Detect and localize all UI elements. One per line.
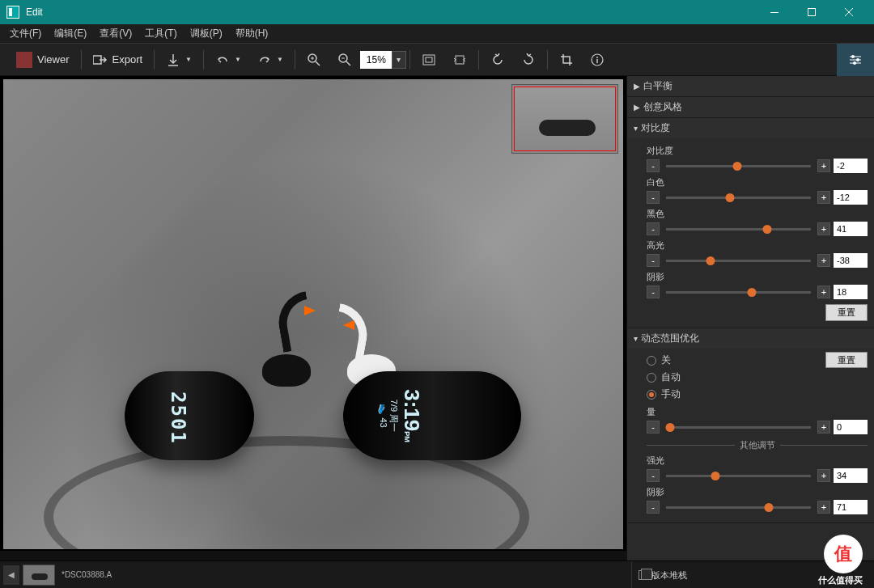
increment-button[interactable]: + bbox=[817, 222, 830, 235]
decrement-button[interactable]: - bbox=[647, 191, 660, 204]
rotate-left-button[interactable] bbox=[482, 47, 513, 73]
viewer-label: Viewer bbox=[37, 53, 70, 66]
decrement-button[interactable]: - bbox=[647, 501, 660, 514]
highlight-label: 高光 bbox=[647, 239, 868, 252]
info-icon bbox=[590, 53, 605, 67]
contrast-value[interactable] bbox=[834, 159, 868, 173]
redo-button[interactable]: ▼ bbox=[249, 47, 291, 73]
white-label: 白色 bbox=[647, 176, 868, 188]
zoom-in-icon bbox=[307, 53, 321, 67]
decrement-button[interactable]: - bbox=[647, 421, 660, 434]
white-slider[interactable] bbox=[666, 197, 811, 199]
zoom-in-button[interactable] bbox=[299, 47, 329, 73]
close-button[interactable] bbox=[830, 0, 868, 24]
section-title: 动态范围优化 bbox=[641, 332, 699, 345]
actual-size-icon bbox=[452, 53, 467, 67]
amount-value[interactable] bbox=[834, 420, 868, 434]
rotate-left-icon bbox=[490, 53, 505, 67]
fit-button[interactable] bbox=[414, 47, 444, 73]
export-button[interactable]: Export bbox=[85, 47, 151, 73]
save-button[interactable]: ▼ bbox=[158, 47, 200, 73]
decrement-button[interactable]: - bbox=[647, 159, 660, 172]
decrement-button[interactable]: - bbox=[647, 254, 660, 267]
section-header[interactable]: ▾ 对比度 bbox=[627, 118, 874, 138]
actual-size-button[interactable] bbox=[444, 47, 475, 73]
section-header[interactable]: ▾ 动态范围优化 bbox=[627, 328, 874, 349]
increment-button[interactable]: + bbox=[817, 421, 830, 434]
shadow2-label: 阴影 bbox=[647, 486, 868, 498]
glare-value[interactable] bbox=[834, 468, 868, 483]
section-style: ▶ 创意风格 bbox=[627, 97, 874, 118]
menu-palette[interactable]: 调板(P) bbox=[184, 27, 229, 40]
increment-button[interactable]: + bbox=[817, 469, 830, 482]
shadow-slider[interactable] bbox=[666, 291, 811, 294]
increment-button[interactable]: + bbox=[817, 191, 830, 204]
maximize-button[interactable] bbox=[793, 0, 830, 24]
increment-button[interactable]: + bbox=[817, 254, 830, 267]
settings-panel-button[interactable] bbox=[837, 44, 874, 76]
horizontal-scrollbar[interactable] bbox=[0, 551, 626, 561]
window-title: Edit bbox=[26, 6, 756, 18]
filmstrip-prev[interactable]: ◀ bbox=[3, 565, 19, 585]
undo-button[interactable]: ▼ bbox=[207, 47, 249, 73]
zoom-out-button[interactable] bbox=[329, 47, 360, 73]
section-body: 关 自动 手动 重置 量 - + 其他调节 bbox=[627, 349, 874, 522]
zoom-dropdown[interactable]: ▾ bbox=[392, 51, 406, 69]
navigator-viewport[interactable] bbox=[514, 87, 616, 151]
reset-button[interactable]: 重置 bbox=[825, 304, 868, 321]
menu-edit[interactable]: 编辑(E) bbox=[48, 27, 93, 40]
contrast-slider[interactable] bbox=[666, 165, 811, 167]
export-label: Export bbox=[112, 53, 143, 66]
photo-element: 2501 bbox=[125, 371, 254, 460]
reset-button[interactable]: 重置 bbox=[825, 352, 868, 368]
navigator-thumbnail[interactable] bbox=[511, 84, 618, 154]
highlight-slider[interactable] bbox=[666, 260, 811, 262]
section-dro: ▾ 动态范围优化 关 自动 手动 重置 量 - + bbox=[627, 328, 874, 523]
info-button[interactable] bbox=[582, 47, 613, 73]
menu-tools[interactable]: 工具(T) bbox=[138, 27, 183, 40]
viewer-button[interactable]: Viewer bbox=[8, 47, 78, 73]
section-header[interactable]: ▶ 白平衡 bbox=[627, 76, 874, 96]
zoom-input[interactable] bbox=[360, 51, 392, 69]
glare-label: 强光 bbox=[647, 455, 868, 467]
decrement-button[interactable]: - bbox=[647, 469, 660, 482]
section-header[interactable]: ▶ 创意风格 bbox=[627, 97, 874, 117]
svg-rect-13 bbox=[426, 57, 432, 62]
decrement-button[interactable]: - bbox=[647, 222, 660, 235]
main: 2501 3:19PM 7/9 周一 👟 43 ▶ 白平衡 bbox=[0, 76, 874, 561]
increment-button[interactable]: + bbox=[817, 159, 830, 172]
amount-label: 量 bbox=[647, 406, 868, 418]
menu-help[interactable]: 帮助(H) bbox=[229, 27, 275, 40]
decrement-button[interactable]: - bbox=[647, 286, 660, 298]
minimize-button[interactable] bbox=[756, 0, 793, 24]
toolbar: Viewer Export ▼ ▼ ▼ ▾ bbox=[0, 44, 874, 76]
titlebar: Edit bbox=[0, 0, 874, 24]
amount-slider[interactable] bbox=[666, 426, 811, 429]
glare-slider[interactable] bbox=[666, 475, 811, 477]
filmstrip-thumbnail[interactable] bbox=[23, 565, 55, 586]
crop-button[interactable] bbox=[551, 47, 582, 73]
watermark-badge: 值 bbox=[824, 535, 863, 573]
dro-off-radio[interactable]: 关 bbox=[647, 352, 819, 369]
image-viewer[interactable]: 2501 3:19PM 7/9 周一 👟 43 bbox=[0, 76, 626, 561]
svg-rect-14 bbox=[456, 56, 464, 64]
shadow2-value[interactable] bbox=[834, 500, 868, 514]
separator bbox=[154, 50, 155, 70]
menu-view[interactable]: 查看(V) bbox=[93, 27, 138, 40]
redo-icon bbox=[257, 53, 272, 67]
dro-manual-radio[interactable]: 手动 bbox=[647, 386, 819, 403]
black-label: 黑色 bbox=[647, 208, 868, 220]
increment-button[interactable]: + bbox=[817, 501, 830, 514]
dro-auto-radio[interactable]: 自动 bbox=[647, 369, 819, 386]
menu-file[interactable]: 文件(F) bbox=[3, 27, 48, 40]
highlight-value[interactable] bbox=[834, 253, 868, 268]
rotate-right-button[interactable] bbox=[513, 47, 544, 73]
version-stack[interactable]: 版本堆栈 bbox=[631, 561, 694, 588]
black-slider[interactable] bbox=[666, 228, 811, 231]
increment-button[interactable]: + bbox=[817, 286, 830, 298]
shadow-value[interactable] bbox=[834, 285, 868, 299]
black-value[interactable] bbox=[834, 222, 868, 236]
white-value[interactable] bbox=[834, 190, 868, 205]
shadow2-slider[interactable] bbox=[666, 506, 811, 509]
section-body: 对比度 - + 白色 - + bbox=[627, 138, 874, 328]
